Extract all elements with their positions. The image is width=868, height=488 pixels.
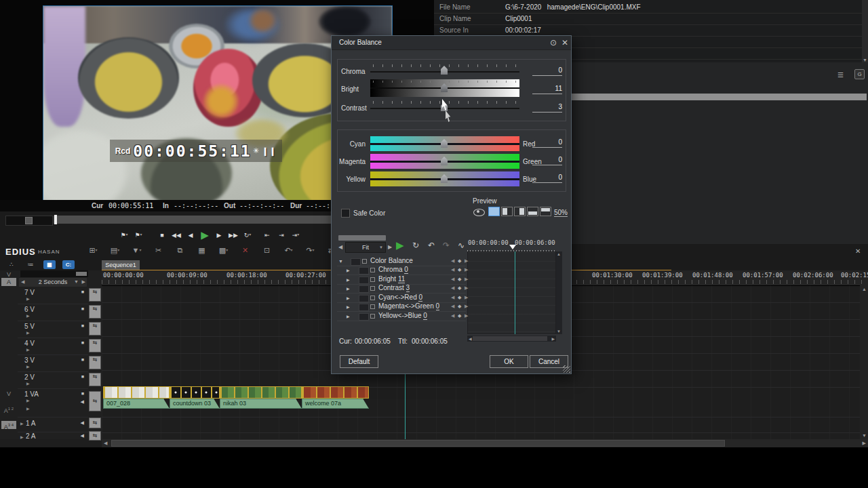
zoom-dropdown-icon[interactable]: ▼ [74,279,79,284]
clip-label[interactable]: countdown 03 [170,399,220,409]
patch-button[interactable]: ⇆ [89,391,101,411]
prev-keyframe-icon[interactable]: ◀ [451,313,454,319]
kf-vscrollbar[interactable]: ▲ ▼ [556,251,562,334]
next-keyframe-icon[interactable]: ▶ [465,304,468,309]
clip-label[interactable]: welcome 07a [302,399,369,409]
tree-row-magenta-green[interactable]: ▶ Magenta<->Green 0 ◀ ◆ ▶ [337,302,466,312]
expander-icon[interactable]: ▶ [347,296,350,300]
selected-empty-row[interactable] [571,94,867,100]
kf-play-icon[interactable]: ▶ [396,239,404,251]
patch-button[interactable]: ⇆ [89,373,101,386]
next-keyframe-icon[interactable]: ▶ [465,277,468,282]
magenta-green-value[interactable]: 0 [532,156,562,165]
expander-icon[interactable]: ▶ [347,304,350,309]
preview-split-left-button[interactable] [501,207,513,216]
goto-in-button[interactable]: ⇤ [262,232,272,239]
next-keyframe-icon[interactable]: ▶ [465,267,468,272]
snap-mode-icon[interactable]: ∴ [5,260,18,269]
track-header-2a[interactable]: ▶ 2 A◀ [18,432,88,442]
play-button[interactable]: ▶ [200,229,210,241]
expander-icon[interactable]: ▶ [347,286,350,291]
timeline-vscrollbar[interactable]: ▲ ▼ [860,285,868,439]
preview-split-bottom-button[interactable] [527,207,538,216]
goto-out-button[interactable]: ⇥ [277,232,286,239]
fast-forward-button[interactable]: ▶▶ [229,232,238,239]
preview-split-right-button[interactable] [514,207,526,216]
clip-label[interactable]: 007_028 [103,399,170,409]
scroll-left-icon[interactable]: ◀ [104,441,107,446]
a34-label[interactable]: A3 4 [1,421,16,429]
bin-scrollbar[interactable]: ▼ [862,0,868,62]
scroll-up-icon[interactable]: ▲ [557,252,561,256]
set-in-flag-button[interactable]: ⚑▾ [119,232,129,239]
prev-keyframe-icon[interactable]: ◀ [451,277,454,282]
scroll-down-icon[interactable]: ▼ [862,433,867,438]
scroll-right-icon[interactable]: ▶ [551,336,555,341]
redo-icon[interactable]: ↷▾ [305,246,315,255]
scroll-left-icon[interactable]: ◀ [469,336,472,341]
yellow-blue-value[interactable]: 0 [532,174,562,183]
va-v-label[interactable]: V [1,390,16,398]
track-header-7v[interactable]: 7 V▶■ [18,287,88,304]
safe-color-checkbox[interactable] [341,209,350,218]
set-out-flag-button[interactable]: ⚑▾ [134,232,143,239]
patch-button[interactable]: ⇆ [89,288,101,302]
tree-row-color-balance[interactable]: ▼ Color Balance ◀ ◆ ▶ [337,257,466,266]
clip-nikah-03[interactable]: nikah 03 [220,386,302,409]
track-header-3v[interactable]: 3 V▶■ [18,354,88,372]
new-sequence-icon[interactable]: ⊞▾ [88,246,98,255]
scroll-down-icon[interactable]: ▼ [557,329,561,333]
fit-prev-icon[interactable]: ◀ [338,244,342,250]
eye-icon[interactable] [473,209,485,216]
add-keyframe-icon[interactable]: ◆ [458,285,461,291]
preview-zoom-value[interactable]: 50% [554,209,568,217]
dialog-titlebar[interactable]: Color Balance ⊙ ✕ [332,36,571,50]
fit-next-icon[interactable]: ▶ [388,244,392,250]
rewind-button[interactable]: ◀◀ [172,232,181,239]
tree-row-chroma[interactable]: ▶ Chroma 0 ◀ ◆ ▶ [337,266,466,275]
save-project-icon[interactable]: ▼▾ [132,246,142,255]
prev-keyframe-icon[interactable]: ◀ [451,258,454,264]
timeline-close-icon[interactable]: ✕ [855,247,861,255]
expander-icon[interactable]: ▶ [347,277,350,282]
kf-redo-icon[interactable]: ↷ [443,241,450,250]
expander-icon[interactable]: ▶ [347,314,350,319]
next-keyframe-icon[interactable]: ▶ [465,258,468,264]
patch-button[interactable]: ⇆ [89,418,101,428]
add-keyframe-icon[interactable]: ◆ [458,277,461,282]
select-mode-icon[interactable]: ⊡ [262,246,272,255]
goto-end-button[interactable]: ⇥▾ [291,232,300,239]
kf-loop-icon[interactable]: ↻ [412,241,419,250]
chroma-value[interactable]: 0 [532,66,562,76]
next-keyframe-icon[interactable]: ▶ [465,295,468,300]
hscroll-thumb[interactable] [111,440,725,447]
stop-button[interactable]: ■ [157,232,167,239]
add-keyframe-icon[interactable]: ◆ [458,304,461,309]
scroll-right-icon[interactable]: ▶ [863,441,866,446]
open-project-icon[interactable]: ▤▾ [110,246,120,255]
tab-sequence1[interactable]: Sequence1 [102,260,140,270]
jog-thumb[interactable] [25,217,33,224]
prev-keyframe-icon[interactable]: ◀ [451,304,454,309]
track-header-1va[interactable]: 1 VA▶ ▶■ ◀ [18,388,88,418]
ripple-mode-icon[interactable]: ≔ [24,260,37,269]
track-header-5v[interactable]: 5 V▶■ [18,321,88,338]
seek-thumb[interactable] [54,215,57,224]
fit-select[interactable]: Fit▼ [345,242,386,253]
loop-button[interactable]: ↻▾ [243,232,252,239]
expander-icon[interactable]: ▼ [338,259,343,264]
prev-keyframe-icon[interactable]: ◀ [451,295,454,300]
bright-value[interactable]: 11 [532,85,562,94]
ok-button[interactable]: OK [490,355,528,368]
a12-label[interactable]: A1 2 [1,405,16,413]
resize-grip[interactable] [563,365,570,373]
jog-control[interactable] [5,216,53,226]
dialog-close-icon[interactable]: ✕ [561,38,568,47]
zoom-next-icon[interactable]: ▶ [82,279,85,285]
clip-label[interactable]: nikah 03 [220,399,302,409]
timeline-zoom-select[interactable]: ◀ 2 Seconds ▼ ▶ [19,278,87,287]
prev-keyframe-icon[interactable]: ◀ [451,267,454,272]
delete-icon[interactable]: ✕ [240,246,250,255]
clip-welcome-07a[interactable]: welcome 07a [302,386,369,409]
copy-icon[interactable]: ⧉ [175,246,185,255]
